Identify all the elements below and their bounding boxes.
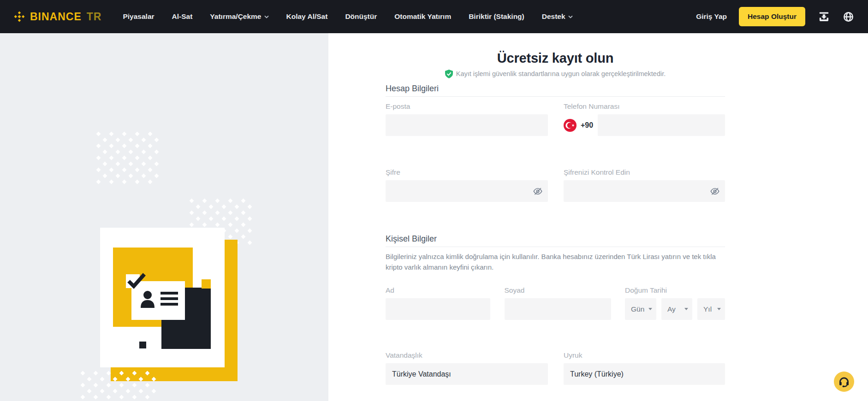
toggle-password-visibility-icon[interactable] bbox=[710, 186, 720, 196]
personal-section-description: Bilgileriniz yalnızca kimlik doğrulama i… bbox=[386, 251, 725, 272]
birth-date-label: Doğum Tarihi bbox=[625, 286, 725, 295]
toggle-password-visibility-icon[interactable] bbox=[533, 186, 543, 196]
section-title-account: Hesap Bilgileri bbox=[386, 84, 725, 94]
signup-form: Ücretsiz kayıt olun Kayıt işlemi güvenli… bbox=[386, 33, 725, 401]
illustration-black-shape bbox=[161, 320, 185, 349]
illustration-panel bbox=[0, 33, 328, 401]
main-navigation: Piyasalar Al-Sat Yatırma/Çekme Kolay Al/… bbox=[123, 12, 572, 21]
illustration-black-shape bbox=[184, 288, 211, 349]
signup-panel: Ücretsiz kayıt olun Kayıt işlemi güvenli… bbox=[328, 33, 868, 401]
navbar-actions: Giriş Yap Hesap Oluştur bbox=[696, 7, 854, 26]
illustration-small-black-square bbox=[139, 342, 146, 348]
login-link[interactable]: Giriş Yap bbox=[696, 12, 727, 21]
birth-month-select[interactable]: Ay bbox=[661, 298, 692, 320]
email-input[interactable] bbox=[386, 114, 548, 136]
dots-pattern bbox=[97, 132, 159, 181]
password-confirm-label: Şifrenizi Kontrol Edin bbox=[564, 168, 725, 177]
app-download-icon[interactable] bbox=[818, 11, 830, 23]
citizenship-input[interactable] bbox=[386, 363, 548, 385]
nav-item-yatirma-cekme[interactable]: Yatırma/Çekme bbox=[210, 12, 268, 21]
section-divider bbox=[386, 247, 725, 247]
turkey-flag-icon bbox=[564, 119, 577, 132]
security-note: Kayıt işlemi güvenlik standartlarına uyg… bbox=[386, 69, 725, 78]
password-confirm-input[interactable] bbox=[564, 180, 725, 202]
password-label: Şifre bbox=[386, 168, 548, 177]
nationality-label: Uyruk bbox=[564, 351, 725, 360]
birth-day-select[interactable]: Gün bbox=[625, 298, 656, 320]
checkmark-icon bbox=[124, 269, 147, 291]
phone-country-code[interactable]: +90 bbox=[581, 121, 593, 130]
dots-pattern bbox=[81, 372, 162, 401]
brand-suffix: TR bbox=[87, 11, 102, 23]
page-title: Ücretsiz kayıt olun bbox=[386, 50, 725, 66]
last-name-label: Soyad bbox=[505, 286, 611, 295]
security-note-text: Kayıt işlemi güvenlik standartlarına uyg… bbox=[456, 70, 666, 77]
binance-diamond-icon bbox=[13, 10, 26, 23]
citizenship-label: Vatandaşlık bbox=[386, 351, 548, 360]
section-title-personal: Kişisel Bilgiler bbox=[386, 234, 725, 244]
first-name-input[interactable] bbox=[386, 298, 490, 320]
birth-year-select[interactable]: Yıl bbox=[697, 298, 725, 320]
last-name-input[interactable] bbox=[505, 298, 611, 320]
headset-icon bbox=[838, 376, 850, 388]
signup-button[interactable]: Hesap Oluştur bbox=[739, 7, 805, 26]
nav-item-piyasalar[interactable]: Piyasalar bbox=[123, 12, 154, 21]
nationality-input[interactable] bbox=[564, 363, 725, 385]
caret-down-icon bbox=[717, 308, 721, 310]
chevron-down-icon bbox=[568, 15, 573, 18]
language-globe-icon[interactable] bbox=[843, 11, 854, 23]
shield-check-icon bbox=[445, 70, 453, 78]
nav-item-al-sat[interactable]: Al-Sat bbox=[172, 12, 193, 21]
caret-down-icon bbox=[648, 308, 652, 310]
nav-item-otomatik-yatirim[interactable]: Otomatik Yatırım bbox=[394, 12, 451, 21]
nav-item-destek[interactable]: Destek bbox=[542, 12, 573, 21]
brand-name: BINANCE bbox=[30, 11, 82, 23]
password-input[interactable] bbox=[386, 180, 548, 202]
illustration-small-yellow-square bbox=[202, 279, 211, 289]
nav-item-donustur[interactable]: Dönüştür bbox=[345, 12, 377, 21]
nav-item-biriktir-staking[interactable]: Biriktir (Staking) bbox=[469, 12, 524, 21]
email-label: E-posta bbox=[386, 102, 548, 111]
nav-item-kolay-al-sat[interactable]: Kolay Al/Sat bbox=[286, 12, 328, 21]
chevron-down-icon bbox=[264, 15, 269, 18]
id-card-person-icon bbox=[138, 290, 181, 309]
phone-input[interactable] bbox=[598, 114, 725, 136]
top-navbar: BINANCE TR Piyasalar Al-Sat Yatırma/Çekm… bbox=[0, 0, 868, 33]
caret-down-icon bbox=[684, 308, 688, 310]
phone-label: Telefon Numarası bbox=[564, 102, 725, 111]
binance-logo[interactable]: BINANCE TR bbox=[13, 10, 101, 23]
support-chat-button[interactable] bbox=[834, 372, 854, 392]
first-name-label: Ad bbox=[386, 286, 490, 295]
